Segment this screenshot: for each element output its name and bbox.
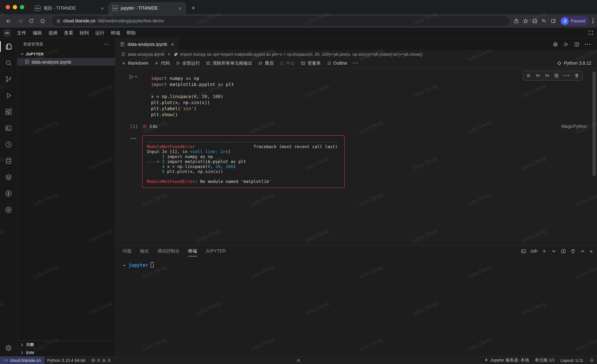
panel-tab-problems[interactable]: 问题 [123, 246, 132, 256]
editor-tab-bar: data-analysis.ipynb × ··· [116, 38, 597, 50]
minimize-window-button[interactable] [13, 5, 17, 9]
sidebar-section-svn[interactable]: SVN [17, 348, 115, 356]
address-bar[interactable]: cloud.titanide.cn/ide/web/coding/jupyter… [52, 16, 509, 26]
add-code-button[interactable]: 代码 [154, 60, 170, 66]
breadcrumb-cell[interactable]: import numpy as np↵import matplotlib.pyp… [180, 52, 422, 57]
share-icon[interactable] [514, 18, 519, 24]
run-below-icon[interactable] [545, 73, 550, 78]
keyboard-layout-status[interactable]: Layout: U.S. [558, 356, 587, 364]
activity-database[interactable] [0, 153, 17, 169]
panel-tab-terminal[interactable]: 终端 [188, 246, 197, 256]
activity-target[interactable] [0, 202, 17, 218]
interrupt-button[interactable]: 中止 [279, 60, 295, 66]
panel-tab-output[interactable]: 输出 [140, 246, 149, 256]
bookmark-star-icon[interactable] [523, 18, 529, 24]
extensions-puzzle-icon[interactable] [532, 18, 538, 24]
new-tab-button[interactable]: + [188, 3, 198, 13]
reload-button[interactable] [26, 16, 36, 26]
notifications-bell[interactable] [587, 356, 597, 364]
cell-more-actions-icon[interactable]: ··· [563, 72, 570, 79]
outline-button[interactable]: Outline [326, 61, 347, 66]
cell-indicator-status[interactable]: 单元格 1/1 [532, 356, 558, 364]
home-button[interactable] [38, 16, 48, 26]
run-by-line-icon[interactable] [526, 73, 531, 78]
breadcrumb-file[interactable]: data-analysis.ipynb [128, 52, 164, 57]
terminal-viewport[interactable]: →jupyter [116, 256, 597, 356]
forward-button[interactable] [15, 16, 25, 26]
activity-search[interactable] [0, 55, 17, 71]
shell-selector[interactable]: zsh [531, 248, 537, 254]
menu-terminal[interactable]: 终端 [108, 29, 123, 37]
output-collapse-icon[interactable]: ··· [130, 135, 137, 188]
activity-layers[interactable] [0, 169, 17, 185]
editor-scrollbar[interactable] [592, 71, 596, 176]
split-editor-icon[interactable] [574, 41, 580, 47]
side-panel-icon[interactable] [551, 18, 556, 24]
new-terminal-plus-icon[interactable] [542, 248, 547, 254]
profile-chip[interactable]: J Paused [560, 16, 589, 26]
reading-list-icon[interactable] [541, 18, 547, 24]
fullscreen-icon[interactable] [588, 30, 593, 36]
toolbar-more-actions-icon[interactable]: ··· [353, 61, 359, 66]
delete-cell-icon[interactable] [574, 73, 579, 78]
database-icon [5, 157, 12, 165]
problems-status[interactable]: 0 0 [88, 356, 113, 364]
browser-menu-icon[interactable] [592, 18, 593, 23]
jupyter-server-status[interactable]: Jupyter 服务器: 本地 [481, 356, 532, 364]
editor-tab-notebook[interactable]: data-analysis.ipynb × [116, 38, 179, 50]
menu-selection[interactable]: 选择 [46, 29, 60, 37]
maximize-panel-chevron-icon[interactable] [580, 248, 585, 254]
run-all-button[interactable]: 全部运行 [175, 60, 200, 66]
zoom-window-button[interactable] [20, 5, 24, 9]
browser-tab-jupyter[interactable]: <> jupyter - TITANIDE × [109, 2, 186, 14]
chevron-right-icon [20, 350, 24, 355]
activity-run-debug[interactable] [0, 87, 17, 104]
reload-icon [28, 18, 34, 24]
activity-extensions[interactable] [0, 104, 17, 120]
restart-kernel-button[interactable]: 重启 [258, 60, 274, 66]
split-cell-icon[interactable] [554, 73, 559, 78]
activity-media-viewer[interactable] [0, 120, 17, 136]
activity-history[interactable] [0, 136, 17, 153]
menu-goto[interactable]: 转到 [77, 29, 92, 37]
remote-indicator[interactable]: cloud.titanide.cn [0, 356, 44, 364]
editor-more-actions-icon[interactable]: ··· [585, 41, 591, 47]
tab-close-icon[interactable]: × [100, 6, 105, 11]
menu-view[interactable]: 查看 [61, 29, 76, 37]
close-window-button[interactable] [6, 5, 10, 9]
close-panel-icon[interactable]: × [589, 248, 593, 254]
activity-source-control[interactable] [0, 71, 17, 87]
kill-terminal-trash-icon[interactable] [570, 248, 576, 254]
activity-live[interactable] [0, 185, 17, 202]
run-above-icon[interactable] [535, 73, 541, 78]
editor-tab-close-icon[interactable]: × [171, 41, 174, 47]
menu-edit[interactable]: 编辑 [30, 29, 45, 37]
sidebar-title: 资源管理器 [23, 42, 43, 47]
menu-file[interactable]: 文件 [14, 29, 29, 37]
menu-run[interactable]: 运行 [92, 29, 107, 37]
panel-tab-debug-console[interactable]: 调试控制台 [157, 246, 180, 256]
sidebar-file-notebook[interactable]: data-analysis.ipynb [17, 58, 115, 66]
run-all-icon[interactable] [563, 41, 569, 47]
menu-help[interactable]: 帮助 [124, 29, 139, 37]
back-button[interactable] [4, 16, 14, 26]
add-markdown-button[interactable]: Markdown [121, 61, 148, 66]
sidebar-more-actions-icon[interactable]: ··· [104, 42, 110, 47]
terminal-dropdown-chevron-icon[interactable] [551, 248, 557, 254]
panel-tab-jupyter[interactable]: JUPYTER [205, 246, 226, 256]
browser-tab-project[interactable]: <> 项目 - TITANIDE × [31, 2, 109, 14]
sidebar-section-outline[interactable]: 大纲 [17, 341, 115, 348]
activity-explorer[interactable] [0, 38, 17, 55]
kernel-picker[interactable]: Python 3.8.12 [557, 61, 591, 66]
notebook-settings-gear-icon[interactable] [553, 41, 558, 47]
cell-language-mode[interactable]: MagicPython [561, 124, 587, 129]
activity-settings[interactable] [0, 340, 17, 356]
python-interpreter-status[interactable]: Python 3.10.4 64-bit [44, 356, 88, 364]
split-terminal-icon[interactable] [561, 248, 566, 254]
variables-button[interactable]: 变量表 [301, 60, 321, 66]
collapse-chevrons-icon[interactable] [295, 357, 302, 363]
sidebar-section-jupyter[interactable]: JUPYTER [17, 50, 115, 58]
run-cell-button[interactable]: ▷ [130, 73, 138, 120]
tab-close-icon[interactable]: × [177, 6, 183, 11]
clear-outputs-button[interactable]: 清除所有单元格输出 [205, 60, 252, 66]
